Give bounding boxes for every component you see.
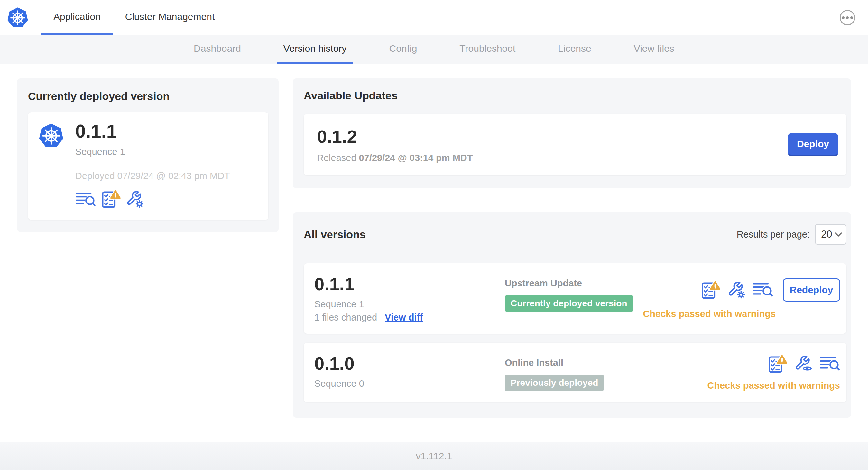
preflight-checks-warning-icon[interactable] — [768, 355, 787, 373]
released-date: 07/29/24 @ 03:14 pm MDT — [359, 153, 473, 163]
tab-dashboard[interactable]: Dashboard — [187, 35, 247, 64]
version-source: Online Install — [505, 358, 707, 368]
update-row: 0.1.2 Released 07/29/24 @ 03:14 pm MDT D… — [304, 114, 846, 175]
version-number: 0.1.0 — [314, 354, 505, 373]
available-updates-title: Available Updates — [304, 89, 846, 102]
config-wrench-gear-icon[interactable] — [126, 190, 144, 208]
tab-config[interactable]: Config — [383, 35, 424, 64]
deployed-version-number: 0.1.1 — [75, 121, 230, 141]
right-column: Available Updates 0.1.2 Released 07/29/2… — [293, 78, 851, 417]
all-versions-title: All versions — [304, 228, 366, 241]
version-row-0-1-1: 0.1.1 Sequence 1 1 files changed View di… — [304, 263, 846, 334]
tab-cluster-management-label: Cluster Management — [125, 11, 215, 22]
deployed-action-icons — [75, 190, 230, 208]
tab-troubleshoot[interactable]: Troubleshoot — [453, 35, 522, 64]
deployed-sequence: Sequence 1 — [75, 146, 230, 157]
currently-deployed-badge: Currently deployed version — [505, 295, 633, 312]
version-action-icons: Redeploy — [701, 278, 840, 302]
tab-cluster-management[interactable]: Cluster Management — [113, 0, 227, 35]
update-released-line: Released 07/29/24 @ 03:14 pm MDT — [317, 153, 473, 163]
tab-dashboard-label: Dashboard — [194, 43, 241, 54]
tab-license-label: License — [558, 43, 591, 54]
tab-version-history-label: Version history — [283, 43, 347, 54]
config-wrench-gear-icon[interactable] — [727, 281, 745, 299]
previously-deployed-badge: Previously deployed — [505, 374, 604, 391]
version-sequence: Sequence 1 — [314, 299, 505, 310]
chevron-down-icon — [835, 232, 842, 237]
released-label: Released — [317, 153, 356, 163]
tab-config-label: Config — [389, 43, 417, 54]
all-versions-card: All versions Results per page: 20 0.1.1 … — [293, 212, 851, 417]
files-changed-label: 1 files changed — [314, 312, 377, 323]
tab-version-history[interactable]: Version history — [277, 35, 353, 64]
tab-view-files-label: View files — [634, 43, 674, 54]
preflight-status-text: Checks passed with warnings — [643, 309, 776, 319]
version-source-column: Online Install Previously deployed — [505, 354, 707, 391]
view-diff-link[interactable]: View diff — [385, 312, 423, 323]
tab-view-files[interactable]: View files — [627, 35, 681, 64]
preflight-status-text: Checks passed with warnings — [707, 380, 840, 391]
results-per-page-select[interactable]: 20 — [815, 224, 846, 245]
version-actions-column: Redeploy Checks passed with warnings — [643, 275, 840, 323]
preflight-checks-warning-icon[interactable] — [101, 190, 121, 208]
results-per-page-label: Results per page: — [737, 229, 810, 240]
version-number: 0.1.1 — [314, 275, 505, 294]
console-version: v1.112.1 — [416, 451, 452, 462]
deployed-timestamp: Deployed 07/29/24 @ 02:43 pm MDT — [75, 171, 230, 181]
update-version-number: 0.1.2 — [317, 126, 473, 147]
app-footer: v1.112.1 — [0, 442, 868, 470]
version-row-0-1-0: 0.1.0 Sequence 0 Online Install Previous… — [304, 343, 846, 402]
deployed-version-panel: 0.1.1 Sequence 1 Deployed 07/29/24 @ 02:… — [28, 112, 268, 220]
release-notes-icon[interactable] — [752, 281, 773, 299]
tab-application-label: Application — [53, 11, 101, 22]
ellipsis-icon — [842, 16, 844, 19]
main-content: Currently deployed version 0.1.1 Sequenc… — [0, 64, 868, 442]
release-notes-icon[interactable] — [75, 191, 96, 208]
tab-troubleshoot-label: Troubleshoot — [459, 43, 516, 54]
results-per-page: Results per page: 20 — [737, 224, 846, 245]
version-source-column: Upstream Update Currently deployed versi… — [505, 275, 643, 323]
version-action-icons — [768, 355, 840, 373]
files-changed-line: 1 files changed View diff — [314, 312, 505, 323]
release-notes-icon[interactable] — [819, 355, 840, 373]
version-info-column: 0.1.1 Sequence 1 1 files changed View di… — [314, 275, 505, 323]
redeploy-button[interactable]: Redeploy — [783, 278, 840, 302]
all-versions-header: All versions Results per page: 20 — [304, 224, 846, 245]
preflight-checks-warning-icon[interactable] — [701, 281, 720, 299]
update-info: 0.1.2 Released 07/29/24 @ 03:14 pm MDT — [317, 126, 473, 163]
results-per-page-value: 20 — [821, 229, 832, 240]
more-menu-button[interactable] — [840, 10, 855, 25]
config-wrench-eye-icon[interactable] — [794, 355, 812, 373]
version-source: Upstream Update — [505, 278, 643, 289]
currently-deployed-card: Currently deployed version 0.1.1 Sequenc… — [17, 78, 279, 232]
top-navbar: Application Cluster Management — [0, 0, 868, 35]
app-subnav: Dashboard Version history Config Trouble… — [0, 35, 868, 64]
currently-deployed-title: Currently deployed version — [28, 90, 268, 103]
version-info-column: 0.1.0 Sequence 0 — [314, 354, 505, 391]
available-updates-card: Available Updates 0.1.2 Released 07/29/2… — [293, 78, 851, 188]
tab-application[interactable]: Application — [41, 0, 113, 35]
deployed-version-info: 0.1.1 Sequence 1 Deployed 07/29/24 @ 02:… — [75, 121, 230, 208]
tab-license[interactable]: License — [551, 35, 597, 64]
version-sequence: Sequence 0 — [314, 378, 505, 389]
version-actions-column: Checks passed with warnings — [707, 354, 840, 391]
product-tabs: Application Cluster Management — [41, 0, 227, 35]
app-kubernetes-icon — [39, 123, 64, 148]
deploy-button[interactable]: Deploy — [788, 133, 838, 156]
kubernetes-logo-icon — [7, 7, 28, 28]
